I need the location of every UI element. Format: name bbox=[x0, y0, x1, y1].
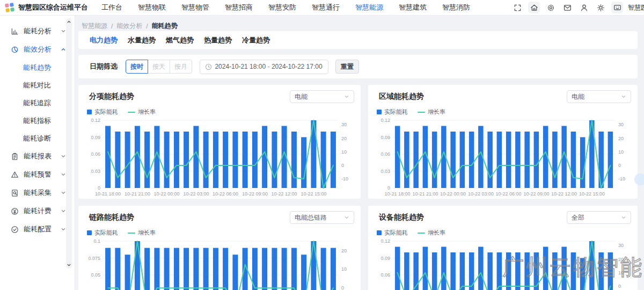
sidebar-item-能耗预警[interactable]: 能耗预警 bbox=[0, 165, 75, 184]
svg-text:30: 30 bbox=[618, 243, 624, 248]
select-value: 全部 bbox=[572, 213, 584, 222]
mode-button-按月[interactable]: 按月 bbox=[170, 60, 192, 74]
svg-text:0.075: 0.075 bbox=[88, 256, 100, 261]
chart-plot: 00.030.060.090.12-10010203010-21 18:0010… bbox=[375, 238, 631, 290]
svg-text:0.05: 0.05 bbox=[91, 272, 100, 278]
mode-button-按天[interactable]: 按天 bbox=[148, 60, 170, 74]
date-start-value[interactable]: 2024-10-21 18:00 bbox=[214, 63, 267, 70]
breadcrumb: 智慧能源/能效分析/能耗趋势 bbox=[75, 16, 644, 31]
warning-icon bbox=[11, 170, 19, 179]
chevron-down-icon bbox=[344, 215, 349, 220]
sidebar-item-能耗分析[interactable]: 能耗分析 bbox=[0, 22, 75, 40]
mail-icon[interactable] bbox=[561, 2, 573, 13]
chart-title: 分项能耗趋势 bbox=[85, 92, 134, 102]
settings-icon[interactable] bbox=[595, 2, 606, 13]
chart-card-链路能耗趋势: 链路能耗趋势电能总链路实际能耗增长率00.0250.050.0750.1-100… bbox=[78, 206, 361, 290]
svg-text:0.09: 0.09 bbox=[380, 135, 390, 140]
svg-text:10-22 15:00: 10-22 15:00 bbox=[579, 191, 605, 197]
legend-line-label: 增长率 bbox=[138, 108, 156, 116]
sidebar-item-能效分析[interactable]: 能效分析 bbox=[0, 40, 75, 59]
report-icon bbox=[11, 152, 19, 161]
svg-text:10-21 18:00: 10-21 18:00 bbox=[385, 191, 411, 197]
chart-card-区域能耗趋势: 区域能耗趋势电能实际能耗增长率00.030.060.090.12-1001020… bbox=[368, 85, 638, 199]
chart-legend: 实际能耗增长率 bbox=[377, 108, 631, 116]
svg-text:0.12: 0.12 bbox=[91, 118, 100, 123]
nav-item[interactable]: 智慧招商 bbox=[225, 3, 253, 12]
sidebar-item-能耗计费[interactable]: 能耗计费 bbox=[0, 202, 75, 220]
svg-text:0.03: 0.03 bbox=[380, 169, 390, 174]
medal-icon[interactable] bbox=[545, 2, 557, 13]
scroll-up-icon[interactable] bbox=[67, 19, 71, 24]
chart-plot: 00.030.060.090.12-10010203010-21 18:0010… bbox=[85, 117, 354, 200]
fullscreen-icon[interactable] bbox=[511, 2, 523, 13]
legend-item-line[interactable]: 增长率 bbox=[418, 108, 445, 116]
sidebar-subitem-能耗诊断[interactable]: 能耗诊断 bbox=[0, 129, 75, 147]
app-logo-icon bbox=[5, 3, 14, 12]
chart-card-分项能耗趋势: 分项能耗趋势电能实际能耗增长率00.030.060.090.12-1001020… bbox=[78, 85, 361, 199]
legend-item-bar[interactable]: 实际能耗 bbox=[87, 108, 118, 116]
svg-text:20: 20 bbox=[618, 136, 624, 141]
tab-电力趋势[interactable]: 电力趋势 bbox=[90, 35, 118, 45]
legend-item-line[interactable]: 增长率 bbox=[128, 229, 156, 237]
svg-text:10-22 09:00: 10-22 09:00 bbox=[242, 191, 268, 197]
nav-item[interactable]: 工作台 bbox=[101, 3, 122, 12]
date-end-value[interactable]: 2024-10-22 17:00 bbox=[271, 63, 324, 70]
legend-bar-label: 实际能耗 bbox=[94, 108, 118, 116]
sidebar-item-label: 能耗采集 bbox=[24, 188, 52, 198]
sidebar-subitem-能耗对比[interactable]: 能耗对比 bbox=[0, 76, 75, 94]
svg-text:0.03: 0.03 bbox=[91, 169, 100, 174]
home-icon[interactable] bbox=[528, 2, 540, 13]
tab-水量趋势[interactable]: 水量趋势 bbox=[128, 35, 156, 45]
legend-item-bar[interactable]: 实际能耗 bbox=[377, 229, 408, 237]
chart-title: 区域能耗趋势 bbox=[375, 92, 424, 102]
select-value: 电能总链路 bbox=[295, 213, 327, 222]
chart-plot: 00.030.060.090.12-10010203010-21 18:0010… bbox=[375, 117, 631, 200]
user-icon[interactable] bbox=[578, 2, 590, 13]
sidebar-subitem-能耗趋势[interactable]: 能耗趋势 bbox=[0, 59, 75, 76]
chart-type-select[interactable]: 电能 bbox=[567, 90, 631, 103]
nav-item[interactable]: 智慧建筑 bbox=[399, 3, 427, 12]
tab-热量趋势[interactable]: 热量趋势 bbox=[204, 35, 232, 45]
sidebar-subitem-能耗指标[interactable]: 能耗指标 bbox=[0, 112, 75, 129]
legend-item-line[interactable]: 增长率 bbox=[418, 229, 445, 237]
tab-冷量趋势[interactable]: 冷量趋势 bbox=[242, 35, 270, 45]
monitor-icon[interactable] bbox=[611, 2, 623, 13]
sidebar-subitem-能耗追踪[interactable]: 能耗追踪 bbox=[0, 94, 75, 112]
chevron-down-icon bbox=[61, 154, 66, 159]
nav-item[interactable]: 智慧安防 bbox=[268, 3, 296, 12]
reset-button[interactable]: 重置 bbox=[335, 60, 359, 74]
svg-text:0: 0 bbox=[618, 284, 621, 289]
chart-type-select[interactable]: 电能总链路 bbox=[290, 211, 354, 224]
top-nav: 工作台智慧物联智慧物管智慧招商智慧安防智慧通行智慧能源智慧建筑智慧消防 bbox=[101, 3, 470, 12]
svg-text:30: 30 bbox=[618, 122, 624, 127]
legend-item-line[interactable]: 增长率 bbox=[128, 108, 156, 116]
nav-item[interactable]: 智慧消防 bbox=[442, 3, 470, 12]
legend-item-bar[interactable]: 实际能耗 bbox=[377, 108, 408, 116]
svg-text:0.06: 0.06 bbox=[380, 151, 390, 157]
user-name[interactable]: 智慧园 bbox=[628, 3, 644, 12]
sidebar: 能耗分析能效分析能耗趋势能耗对比能耗追踪能耗指标能耗诊断能耗报表能耗预警能耗采集… bbox=[0, 16, 75, 290]
tab-燃气趋势[interactable]: 燃气趋势 bbox=[166, 35, 194, 45]
sidebar-menu: 能耗分析能效分析能耗趋势能耗对比能耗追踪能耗指标能耗诊断能耗报表能耗预警能耗采集… bbox=[0, 22, 75, 238]
svg-text:10-22 09:00: 10-22 09:00 bbox=[523, 191, 549, 197]
scroll-down-icon[interactable] bbox=[67, 263, 71, 267]
chevron-down-icon bbox=[61, 28, 66, 34]
floating-widget[interactable] bbox=[634, 173, 644, 185]
sidebar-item-能耗报表[interactable]: 能耗报表 bbox=[0, 147, 75, 165]
legend-line-swatch bbox=[128, 233, 135, 234]
mode-button-按时[interactable]: 按时 bbox=[126, 60, 148, 74]
top-bar-actions: 智慧园 bbox=[511, 2, 644, 13]
breadcrumb-item[interactable]: 能效分析 bbox=[116, 21, 142, 31]
nav-item[interactable]: 智慧能源 bbox=[355, 3, 383, 12]
nav-item[interactable]: 智慧物联 bbox=[138, 3, 166, 12]
nav-item[interactable]: 智慧物管 bbox=[181, 3, 209, 12]
sidebar-scrollbar[interactable] bbox=[66, 18, 72, 269]
breadcrumb-item[interactable]: 智慧能源 bbox=[82, 21, 107, 31]
sidebar-item-能耗采集[interactable]: 能耗采集 bbox=[0, 184, 75, 202]
chart-type-select[interactable]: 全部 bbox=[567, 211, 631, 224]
nav-item[interactable]: 智慧通行 bbox=[312, 3, 340, 12]
sidebar-item-能耗配置[interactable]: 能耗配置 bbox=[0, 220, 75, 238]
legend-item-bar[interactable]: 实际能耗 bbox=[87, 229, 118, 237]
date-range-input[interactable]: 2024-10-21 18:00 - 2024-10-22 17:00 bbox=[200, 60, 328, 74]
chart-type-select[interactable]: 电能 bbox=[290, 90, 354, 103]
